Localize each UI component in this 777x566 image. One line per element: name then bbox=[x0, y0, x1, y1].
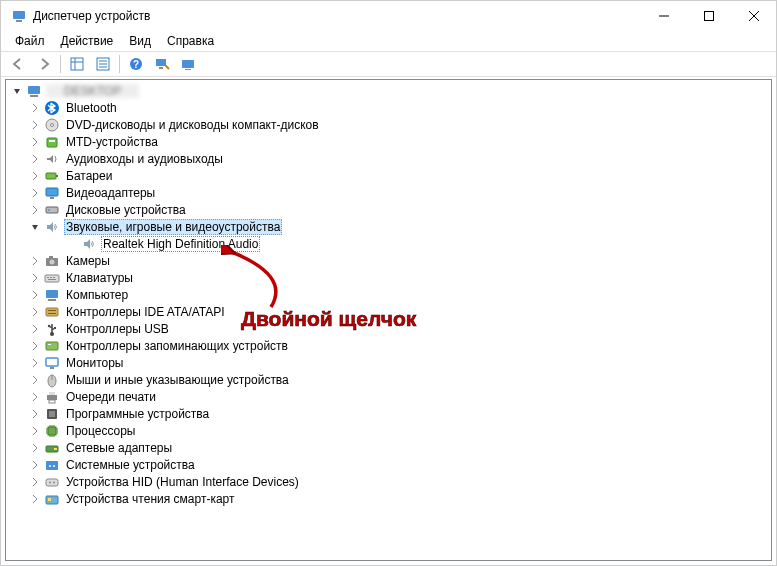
category-node[interactable]: Батареи bbox=[6, 167, 771, 184]
category-label: Bluetooth bbox=[64, 101, 119, 115]
menubar: Файл Действие Вид Справка bbox=[1, 31, 776, 51]
help-button[interactable] bbox=[124, 53, 148, 75]
display-icon bbox=[44, 185, 60, 201]
hid-icon bbox=[44, 474, 60, 490]
chevron-right-icon[interactable] bbox=[28, 424, 42, 438]
show-hidden-button[interactable] bbox=[176, 53, 200, 75]
category-node[interactable]: Устройства HID (Human Interface Devices) bbox=[6, 473, 771, 490]
category-node[interactable]: Видеоадаптеры bbox=[6, 184, 771, 201]
chevron-right-icon[interactable] bbox=[28, 407, 42, 421]
smartcard-icon bbox=[44, 491, 60, 507]
storage-icon bbox=[44, 338, 60, 354]
category-node[interactable]: Устройства чтения смарт-карт bbox=[6, 490, 771, 507]
category-label: Сетевые адаптеры bbox=[64, 441, 174, 455]
category-node[interactable]: Мыши и иные указывающие устройства bbox=[6, 371, 771, 388]
tree-root-node[interactable]: DESKTOP bbox=[6, 82, 771, 99]
audio-jack-icon bbox=[44, 151, 60, 167]
chevron-right-icon[interactable] bbox=[28, 271, 42, 285]
chevron-right-icon[interactable] bbox=[28, 288, 42, 302]
menu-action[interactable]: Действие bbox=[53, 32, 122, 50]
chevron-right-icon[interactable] bbox=[28, 152, 42, 166]
titlebar: Диспетчер устройств bbox=[1, 1, 776, 31]
category-node[interactable]: DVD-дисководы и дисководы компакт-дисков bbox=[6, 116, 771, 133]
chevron-right-icon[interactable] bbox=[28, 475, 42, 489]
scan-hardware-button[interactable] bbox=[150, 53, 174, 75]
category-node[interactable]: Компьютер bbox=[6, 286, 771, 303]
minimize-button[interactable] bbox=[641, 1, 686, 31]
category-label: Программные устройства bbox=[64, 407, 211, 421]
battery-icon bbox=[44, 168, 60, 184]
device-tree-panel: DESKTOP Bluetooth DVD-дисководы и дисков… bbox=[5, 79, 772, 561]
chevron-right-icon[interactable] bbox=[28, 492, 42, 506]
keyboard-icon bbox=[44, 270, 60, 286]
menu-view[interactable]: Вид bbox=[121, 32, 159, 50]
chevron-right-icon[interactable] bbox=[28, 339, 42, 353]
chevron-right-icon[interactable] bbox=[28, 373, 42, 387]
close-button[interactable] bbox=[731, 1, 776, 31]
category-node[interactable]: Bluetooth bbox=[6, 99, 771, 116]
category-label: Контроллеры запоминающих устройств bbox=[64, 339, 290, 353]
category-node[interactable]: MTD-устройства bbox=[6, 133, 771, 150]
window-title: Диспетчер устройств bbox=[33, 9, 641, 23]
chevron-right-icon[interactable] bbox=[28, 135, 42, 149]
chevron-right-icon[interactable] bbox=[28, 186, 42, 200]
chevron-right-icon[interactable] bbox=[28, 254, 42, 268]
separator bbox=[60, 55, 61, 73]
chevron-right-icon[interactable] bbox=[28, 169, 42, 183]
chevron-right-icon[interactable] bbox=[28, 118, 42, 132]
chevron-down-icon[interactable] bbox=[10, 84, 24, 98]
disc-icon bbox=[44, 117, 60, 133]
mouse-icon bbox=[44, 372, 60, 388]
category-label: Мыши и иные указывающие устройства bbox=[64, 373, 291, 387]
svg-rect-65 bbox=[704, 12, 713, 21]
menu-help[interactable]: Справка bbox=[159, 32, 222, 50]
show-hide-console-button[interactable] bbox=[65, 53, 89, 75]
computer-icon bbox=[44, 287, 60, 303]
chevron-right-icon[interactable] bbox=[28, 305, 42, 319]
toolbar bbox=[1, 51, 776, 77]
category-label: Аудиовходы и аудиовыходы bbox=[64, 152, 225, 166]
category-node[interactable]: Клавиатуры bbox=[6, 269, 771, 286]
category-node[interactable]: Аудиовходы и аудиовыходы bbox=[6, 150, 771, 167]
chevron-down-icon[interactable] bbox=[28, 220, 42, 234]
category-node[interactable]: Звуковые, игровые и видеоустройства bbox=[6, 218, 771, 235]
category-node[interactable]: Контроллеры IDE ATA/ATAPI bbox=[6, 303, 771, 320]
category-label: Компьютер bbox=[64, 288, 130, 302]
bluetooth-icon bbox=[44, 100, 60, 116]
chevron-right-icon[interactable] bbox=[28, 322, 42, 336]
maximize-button[interactable] bbox=[686, 1, 731, 31]
chevron-right-icon[interactable] bbox=[28, 203, 42, 217]
category-label: Процессоры bbox=[64, 424, 138, 438]
category-node[interactable]: Контроллеры USB bbox=[6, 320, 771, 337]
category-node[interactable]: Процессоры bbox=[6, 422, 771, 439]
category-label: Контроллеры USB bbox=[64, 322, 171, 336]
properties-button[interactable] bbox=[91, 53, 115, 75]
forward-button[interactable] bbox=[32, 53, 56, 75]
category-label: Звуковые, игровые и видеоустройства bbox=[64, 219, 282, 235]
chevron-right-icon[interactable] bbox=[28, 101, 42, 115]
mtd-icon bbox=[44, 134, 60, 150]
category-label: MTD-устройства bbox=[64, 135, 160, 149]
usb-icon bbox=[44, 321, 60, 337]
category-node[interactable]: Контроллеры запоминающих устройств bbox=[6, 337, 771, 354]
back-button[interactable] bbox=[6, 53, 30, 75]
category-node[interactable]: Системные устройства bbox=[6, 456, 771, 473]
category-label: DVD-дисководы и дисководы компакт-дисков bbox=[64, 118, 321, 132]
chevron-right-icon[interactable] bbox=[28, 356, 42, 370]
category-node[interactable]: Дисковые устройства bbox=[6, 201, 771, 218]
category-node[interactable]: Камеры bbox=[6, 252, 771, 269]
category-label: Устройства HID (Human Interface Devices) bbox=[64, 475, 301, 489]
speaker-icon bbox=[81, 236, 97, 252]
menu-file[interactable]: Файл bbox=[7, 32, 53, 50]
category-node[interactable]: Программные устройства bbox=[6, 405, 771, 422]
chevron-right-icon[interactable] bbox=[28, 458, 42, 472]
chevron-right-icon[interactable] bbox=[28, 390, 42, 404]
category-node[interactable]: Очереди печати bbox=[6, 388, 771, 405]
category-label: Камеры bbox=[64, 254, 112, 268]
firmware-icon bbox=[44, 406, 60, 422]
category-node[interactable]: Сетевые адаптеры bbox=[6, 439, 771, 456]
device-node[interactable]: Realtek High Definition Audio bbox=[6, 235, 771, 252]
category-node[interactable]: Мониторы bbox=[6, 354, 771, 371]
system-icon bbox=[44, 457, 60, 473]
chevron-right-icon[interactable] bbox=[28, 441, 42, 455]
